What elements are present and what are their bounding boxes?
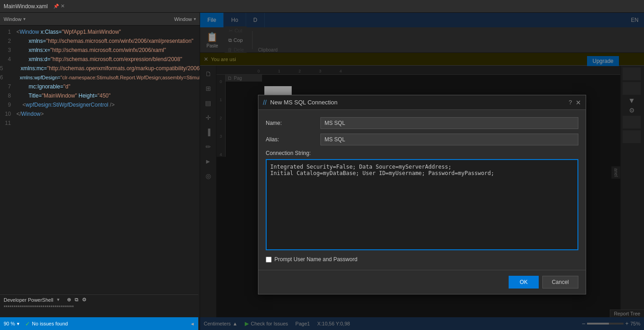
line-content-11 xyxy=(16,119,18,128)
line-content-5[interactable]: xmlns:mc="http://schemas.openxmlformats.… xyxy=(9,64,200,73)
code-lines: 1 <Window x:Class="WpfApp1.MainWindow" 2… xyxy=(0,26,200,129)
name-row: Name: xyxy=(266,117,578,129)
line-num-2: 2 xyxy=(0,36,16,46)
checkbox-label: Prompt User Name and Password xyxy=(274,256,357,263)
code-line-2: 2 xmlns="http://schemas.microsoft.com/wi… xyxy=(0,36,200,46)
issues-status: ✓ No issues found xyxy=(25,320,68,327)
line-num-8: 8 xyxy=(0,91,16,100)
line-num-4: 4 xyxy=(0,55,16,64)
code-line-7: 7 mc:Ignorable="d" xyxy=(0,82,200,91)
alias-label: Alias: xyxy=(266,136,320,143)
terminal-copy-icon[interactable]: ⧉ xyxy=(75,297,78,303)
code-line-6: 6 xmlns:wpfDesign="clr-namespace:Stimuls… xyxy=(0,73,200,82)
selector1-dropdown-icon[interactable]: ▾ xyxy=(23,16,26,21)
terminal-content: ************************************ xyxy=(4,304,195,310)
modal-icon: // xyxy=(263,99,267,106)
sql-connection-modal: // New MS SQL Connection ? ✕ Name: Alias… xyxy=(258,95,586,294)
checkbox-row: Prompt User Name and Password xyxy=(266,256,578,263)
line-content-8[interactable]: Title="MainWindow" Height="450" xyxy=(16,91,111,100)
code-line-10: 10 </Window> xyxy=(0,109,200,119)
modal-close-icon[interactable]: ✕ xyxy=(576,99,581,106)
line-num-1: 1 xyxy=(0,27,16,36)
terminal-add-icon[interactable]: ⊕ xyxy=(67,297,71,303)
issues-text: No issues found xyxy=(32,321,68,326)
line-num-11: 11 xyxy=(0,119,16,128)
code-line-9: 9 <wpfDesign:StiWpfDesignerControl /> xyxy=(0,100,200,109)
zoom-dropdown-icon[interactable]: ▾ xyxy=(17,321,20,327)
modal-footer: OK Cancel xyxy=(258,270,586,294)
code-line-8: 8 Title="MainWindow" Height="450" xyxy=(0,91,200,100)
line-content-4[interactable]: xmlns:d="http://schemas.microsoft.com/ex… xyxy=(16,55,182,64)
line-num-3: 3 xyxy=(0,46,16,55)
status-bar: 90 % ▾ ✓ No issues found ◄ xyxy=(0,317,198,330)
line-content-9[interactable]: <wpfDesign:StiWpfDesignerControl /> xyxy=(16,100,114,109)
name-input[interactable] xyxy=(320,117,578,129)
filename-label: MainWindow.xaml xyxy=(4,3,48,10)
line-content-7[interactable]: mc:Ignorable="d" xyxy=(16,82,70,91)
modal-help-icon[interactable]: ? xyxy=(569,99,572,106)
prompt-checkbox[interactable] xyxy=(266,257,272,263)
cancel-button[interactable]: Cancel xyxy=(542,276,578,289)
line-num-5: 5 xyxy=(0,64,9,73)
line-num-10: 10 xyxy=(0,109,16,119)
code-line-4: 4 xmlns:d="http://schemas.microsoft.com/… xyxy=(0,55,200,64)
code-line-11: 11 xyxy=(0,119,200,128)
close-tab-icon[interactable]: ✕ xyxy=(61,3,65,9)
main-layout: Window ▾ Window ▾ 1 <Window x:Class="Wpf… xyxy=(0,13,644,330)
selector1-label[interactable]: Window xyxy=(4,16,21,22)
code-line-1: 1 <Window x:Class="WpfApp1.MainWindow" xyxy=(0,27,200,36)
line-content-10[interactable]: </Window> xyxy=(16,109,44,119)
terminal-header: Developer PowerShell ▾ ⊕ ⧉ ⚙ xyxy=(4,297,195,303)
code-toolbar: Window ▾ Window ▾ xyxy=(0,13,200,26)
conn-string-label: Connection String: xyxy=(266,150,578,156)
pin-icon[interactable]: 📌 xyxy=(53,4,59,9)
designer-area: File Ho D EN 📋 Paste ✂ Cut xyxy=(200,13,644,330)
code-line-3: 3 xmlns:x="http://schemas.microsoft.com/… xyxy=(0,46,200,55)
alias-input[interactable] xyxy=(320,134,578,145)
scroll-left-arrow[interactable]: ◄ xyxy=(190,321,195,326)
alias-row: Alias: xyxy=(266,134,578,145)
line-num-9: 9 xyxy=(0,100,16,109)
ok-button[interactable]: OK xyxy=(509,276,538,289)
terminal-title[interactable]: Developer PowerShell xyxy=(4,297,53,303)
terminal-bar: Developer PowerShell ▾ ⊕ ⧉ ⚙ ***********… xyxy=(0,294,198,317)
line-num-6: 6 xyxy=(0,73,9,82)
modal-body: Name: Alias: Connection String: Integrat… xyxy=(258,110,586,270)
selector2-label[interactable]: Window xyxy=(174,16,192,22)
zoom-control[interactable]: 90 % ▾ xyxy=(4,321,20,327)
check-issues-icon: ✓ xyxy=(25,320,30,327)
modal-titlebar: // New MS SQL Connection ? ✕ xyxy=(258,95,586,110)
title-bar: MainWindow.xaml 📌 ✕ xyxy=(0,0,644,13)
terminal-dropdown-icon[interactable]: ▾ xyxy=(57,297,60,303)
line-num-7: 7 xyxy=(0,82,16,91)
line-content-6[interactable]: xmlns:wpfDesign="clr-namespace:Stimulsof… xyxy=(9,73,200,82)
code-editor: Window ▾ Window ▾ 1 <Window x:Class="Wpf… xyxy=(0,13,200,330)
line-content-2[interactable]: xmlns="http://schemas.microsoft.com/winf… xyxy=(16,36,193,46)
name-label: Name: xyxy=(266,120,320,126)
modal-overlay: // New MS SQL Connection ? ✕ Name: Alias… xyxy=(200,13,644,330)
terminal-settings-icon[interactable]: ⚙ xyxy=(82,297,87,303)
selector2-dropdown-icon[interactable]: ▾ xyxy=(194,16,196,21)
code-line-5: 5 xmlns:mc="http://schemas.openxmlformat… xyxy=(0,64,200,73)
zoom-value: 90 % xyxy=(4,321,15,326)
conn-string-textarea[interactable]: Integrated Security=False; Data Source=m… xyxy=(266,159,578,250)
conn-string-section: Connection String: Integrated Security=F… xyxy=(266,150,578,252)
modal-title: New MS SQL Connection xyxy=(270,99,569,106)
line-content-3[interactable]: xmlns:x="http://schemas.microsoft.com/wi… xyxy=(16,46,166,55)
line-content-1[interactable]: <Window x:Class="WpfApp1.MainWindow" xyxy=(16,27,121,36)
